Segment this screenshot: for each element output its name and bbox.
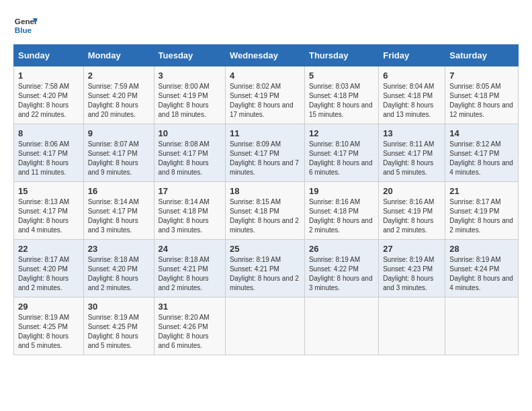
calendar-cell xyxy=(379,298,445,355)
column-header-saturday: Saturday xyxy=(445,45,519,66)
header: General Blue xyxy=(13,13,519,38)
day-info: Sunrise: 8:04 AMSunset: 4:18 PMDaylight:… xyxy=(383,82,441,120)
day-number: 10 xyxy=(159,128,221,138)
day-number: 13 xyxy=(383,128,441,138)
calendar-week-row: 1Sunrise: 7:58 AMSunset: 4:20 PMDaylight… xyxy=(14,66,519,124)
day-number: 16 xyxy=(88,186,150,196)
calendar-cell: 3Sunrise: 8:00 AMSunset: 4:19 PMDaylight… xyxy=(154,66,225,124)
logo: General Blue xyxy=(13,13,38,38)
calendar-header-row: SundayMondayTuesdayWednesdayThursdayFrid… xyxy=(14,45,519,66)
calendar-cell: 1Sunrise: 7:58 AMSunset: 4:20 PMDaylight… xyxy=(14,66,84,124)
calendar-cell xyxy=(445,298,519,355)
day-info: Sunrise: 8:19 AMSunset: 4:24 PMDaylight:… xyxy=(449,255,514,293)
day-info: Sunrise: 8:18 AMSunset: 4:20 PMDaylight:… xyxy=(88,255,150,293)
calendar-cell: 26Sunrise: 8:19 AMSunset: 4:22 PMDayligh… xyxy=(304,240,378,298)
calendar-cell: 15Sunrise: 8:13 AMSunset: 4:17 PMDayligh… xyxy=(14,182,84,240)
day-info: Sunrise: 8:05 AMSunset: 4:18 PMDaylight:… xyxy=(449,82,514,120)
calendar-cell: 18Sunrise: 8:15 AMSunset: 4:18 PMDayligh… xyxy=(225,182,304,240)
day-info: Sunrise: 8:17 AMSunset: 4:19 PMDaylight:… xyxy=(449,197,514,235)
calendar-cell: 25Sunrise: 8:19 AMSunset: 4:21 PMDayligh… xyxy=(225,240,304,298)
calendar-cell: 28Sunrise: 8:19 AMSunset: 4:24 PMDayligh… xyxy=(445,240,519,298)
day-info: Sunrise: 8:19 AMSunset: 4:25 PMDaylight:… xyxy=(88,313,150,351)
calendar-cell: 12Sunrise: 8:10 AMSunset: 4:17 PMDayligh… xyxy=(304,124,378,182)
calendar-cell: 11Sunrise: 8:09 AMSunset: 4:17 PMDayligh… xyxy=(225,124,304,182)
day-number: 23 xyxy=(88,244,150,254)
calendar-cell: 6Sunrise: 8:04 AMSunset: 4:18 PMDaylight… xyxy=(379,66,445,124)
day-number: 17 xyxy=(159,186,221,196)
calendar-week-row: 8Sunrise: 8:06 AMSunset: 4:17 PMDaylight… xyxy=(14,124,519,182)
calendar-cell: 13Sunrise: 8:11 AMSunset: 4:17 PMDayligh… xyxy=(379,124,445,182)
column-header-monday: Monday xyxy=(83,45,154,66)
calendar-cell: 31Sunrise: 8:20 AMSunset: 4:26 PMDayligh… xyxy=(154,298,225,355)
calendar-cell: 29Sunrise: 8:19 AMSunset: 4:25 PMDayligh… xyxy=(14,298,84,355)
calendar-cell: 5Sunrise: 8:03 AMSunset: 4:18 PMDaylight… xyxy=(304,66,378,124)
calendar-cell: 7Sunrise: 8:05 AMSunset: 4:18 PMDaylight… xyxy=(445,66,519,124)
day-info: Sunrise: 8:17 AMSunset: 4:20 PMDaylight:… xyxy=(18,255,79,293)
day-info: Sunrise: 8:19 AMSunset: 4:25 PMDaylight:… xyxy=(18,313,79,351)
day-number: 3 xyxy=(159,71,221,81)
svg-text:General: General xyxy=(15,17,38,26)
day-number: 27 xyxy=(383,244,441,254)
day-number: 11 xyxy=(230,128,300,138)
day-info: Sunrise: 8:11 AMSunset: 4:17 PMDaylight:… xyxy=(383,140,441,177)
day-info: Sunrise: 8:16 AMSunset: 4:19 PMDaylight:… xyxy=(383,197,441,235)
day-info: Sunrise: 8:03 AMSunset: 4:18 PMDaylight:… xyxy=(309,82,374,120)
column-header-wednesday: Wednesday xyxy=(225,45,304,66)
svg-text:Blue: Blue xyxy=(15,26,32,34)
calendar-cell: 14Sunrise: 8:12 AMSunset: 4:17 PMDayligh… xyxy=(445,124,519,182)
day-number: 22 xyxy=(18,244,79,254)
day-number: 30 xyxy=(88,302,150,312)
column-header-tuesday: Tuesday xyxy=(154,45,225,66)
day-number: 18 xyxy=(230,186,300,196)
day-info: Sunrise: 8:07 AMSunset: 4:17 PMDaylight:… xyxy=(88,140,150,177)
day-info: Sunrise: 8:14 AMSunset: 4:18 PMDaylight:… xyxy=(159,197,221,235)
calendar-cell: 21Sunrise: 8:17 AMSunset: 4:19 PMDayligh… xyxy=(445,182,519,240)
day-number: 2 xyxy=(88,71,150,81)
day-number: 1 xyxy=(18,71,79,81)
day-number: 31 xyxy=(159,302,221,312)
day-number: 12 xyxy=(309,128,374,138)
day-info: Sunrise: 8:00 AMSunset: 4:19 PMDaylight:… xyxy=(159,82,221,120)
day-number: 28 xyxy=(449,244,514,254)
day-info: Sunrise: 8:20 AMSunset: 4:26 PMDaylight:… xyxy=(159,313,221,351)
day-info: Sunrise: 8:08 AMSunset: 4:17 PMDaylight:… xyxy=(159,140,221,177)
day-info: Sunrise: 7:59 AMSunset: 4:20 PMDaylight:… xyxy=(88,82,150,120)
calendar-cell: 16Sunrise: 8:14 AMSunset: 4:17 PMDayligh… xyxy=(83,182,154,240)
day-info: Sunrise: 8:13 AMSunset: 4:17 PMDaylight:… xyxy=(18,197,79,235)
day-info: Sunrise: 8:14 AMSunset: 4:17 PMDaylight:… xyxy=(88,197,150,235)
day-info: Sunrise: 8:18 AMSunset: 4:21 PMDaylight:… xyxy=(159,255,221,293)
day-number: 24 xyxy=(159,244,221,254)
calendar-cell: 17Sunrise: 8:14 AMSunset: 4:18 PMDayligh… xyxy=(154,182,225,240)
day-number: 20 xyxy=(383,186,441,196)
day-info: Sunrise: 8:12 AMSunset: 4:17 PMDaylight:… xyxy=(449,140,514,177)
calendar-cell: 27Sunrise: 8:19 AMSunset: 4:23 PMDayligh… xyxy=(379,240,445,298)
calendar-cell: 4Sunrise: 8:02 AMSunset: 4:19 PMDaylight… xyxy=(225,66,304,124)
day-number: 7 xyxy=(449,71,514,81)
column-header-sunday: Sunday xyxy=(14,45,84,66)
day-info: Sunrise: 8:19 AMSunset: 4:23 PMDaylight:… xyxy=(383,255,441,293)
day-info: Sunrise: 7:58 AMSunset: 4:20 PMDaylight:… xyxy=(18,82,79,120)
day-number: 6 xyxy=(383,71,441,81)
calendar-cell: 9Sunrise: 8:07 AMSunset: 4:17 PMDaylight… xyxy=(83,124,154,182)
day-number: 19 xyxy=(309,186,374,196)
calendar-cell xyxy=(225,298,304,355)
day-info: Sunrise: 8:10 AMSunset: 4:17 PMDaylight:… xyxy=(309,140,374,177)
calendar-table: SundayMondayTuesdayWednesdayThursdayFrid… xyxy=(13,44,519,355)
day-info: Sunrise: 8:19 AMSunset: 4:21 PMDaylight:… xyxy=(230,255,300,293)
calendar-cell: 19Sunrise: 8:16 AMSunset: 4:18 PMDayligh… xyxy=(304,182,378,240)
day-number: 14 xyxy=(449,128,514,138)
day-number: 15 xyxy=(18,186,79,196)
day-info: Sunrise: 8:16 AMSunset: 4:18 PMDaylight:… xyxy=(309,197,374,235)
day-number: 26 xyxy=(309,244,374,254)
day-number: 8 xyxy=(18,128,79,138)
day-info: Sunrise: 8:09 AMSunset: 4:17 PMDaylight:… xyxy=(230,140,300,177)
day-number: 21 xyxy=(449,186,514,196)
day-info: Sunrise: 8:06 AMSunset: 4:17 PMDaylight:… xyxy=(18,140,79,177)
logo-icon: General Blue xyxy=(13,13,38,38)
calendar-week-row: 29Sunrise: 8:19 AMSunset: 4:25 PMDayligh… xyxy=(14,298,519,355)
column-header-friday: Friday xyxy=(379,45,445,66)
calendar-cell: 10Sunrise: 8:08 AMSunset: 4:17 PMDayligh… xyxy=(154,124,225,182)
day-number: 29 xyxy=(18,302,79,312)
calendar-week-row: 22Sunrise: 8:17 AMSunset: 4:20 PMDayligh… xyxy=(14,240,519,298)
day-number: 25 xyxy=(230,244,300,254)
